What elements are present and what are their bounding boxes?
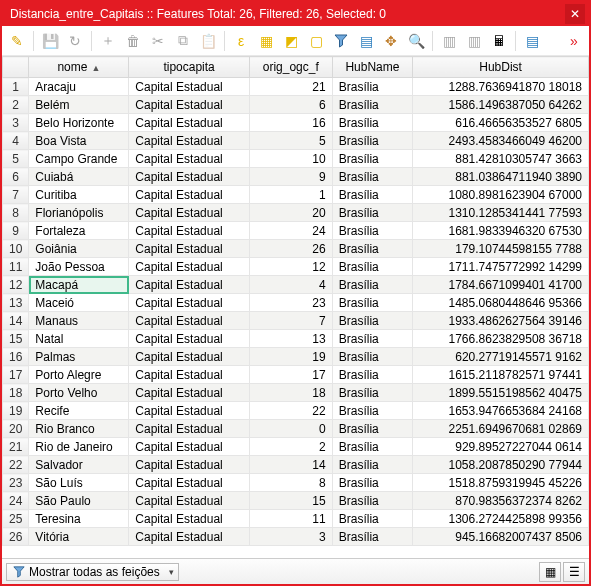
- cell-hubname[interactable]: Brasília: [332, 528, 412, 546]
- table-row[interactable]: 13MaceióCapital Estadual23Brasília1485.0…: [3, 294, 589, 312]
- cell-hubname[interactable]: Brasília: [332, 420, 412, 438]
- row-number-cell[interactable]: 25: [3, 510, 29, 528]
- cell-hubname[interactable]: Brasília: [332, 186, 412, 204]
- table-row[interactable]: 9FortalezaCapital Estadual24Brasília1681…: [3, 222, 589, 240]
- cell-hubdist[interactable]: 1615.2118782571 97441: [413, 366, 589, 384]
- cell-tipocapita[interactable]: Capital Estadual: [129, 456, 249, 474]
- move-to-top-icon[interactable]: ▤: [355, 30, 377, 52]
- invert-selection-icon[interactable]: ◩: [280, 30, 302, 52]
- cell-hubname[interactable]: Brasília: [332, 78, 412, 96]
- col-header-tipocapita[interactable]: tipocapita: [129, 57, 249, 78]
- cell-hubname[interactable]: Brasília: [332, 348, 412, 366]
- cell-tipocapita[interactable]: Capital Estadual: [129, 114, 249, 132]
- table-row[interactable]: 8FlorianópolisCapital Estadual20Brasília…: [3, 204, 589, 222]
- row-number-cell[interactable]: 21: [3, 438, 29, 456]
- cell-nome[interactable]: Recife: [29, 402, 129, 420]
- cell-orig-ogc-f[interactable]: 17: [249, 366, 332, 384]
- cell-hubname[interactable]: Brasília: [332, 240, 412, 258]
- row-number-cell[interactable]: 18: [3, 384, 29, 402]
- zoom-to-selected-icon[interactable]: 🔍: [405, 30, 427, 52]
- cell-tipocapita[interactable]: Capital Estadual: [129, 186, 249, 204]
- cell-tipocapita[interactable]: Capital Estadual: [129, 528, 249, 546]
- edit-pencil-icon[interactable]: ✎: [6, 30, 28, 52]
- row-number-cell[interactable]: 24: [3, 492, 29, 510]
- cell-nome[interactable]: Teresina: [29, 510, 129, 528]
- cell-nome[interactable]: Campo Grande: [29, 150, 129, 168]
- cell-hubdist[interactable]: 1080.8981623904 67000: [413, 186, 589, 204]
- cell-hubdist[interactable]: 1288.7636941870 18018: [413, 78, 589, 96]
- select-by-expression-icon[interactable]: ε: [230, 30, 252, 52]
- cell-hubname[interactable]: Brasília: [332, 168, 412, 186]
- table-row[interactable]: 17Porto AlegreCapital Estadual17Brasília…: [3, 366, 589, 384]
- cell-tipocapita[interactable]: Capital Estadual: [129, 204, 249, 222]
- cell-hubdist[interactable]: 1766.8623829508 36718: [413, 330, 589, 348]
- cell-hubname[interactable]: Brasília: [332, 222, 412, 240]
- table-row[interactable]: 21Rio de JaneiroCapital Estadual2Brasíli…: [3, 438, 589, 456]
- cell-hubdist[interactable]: 1711.7475772992 14299: [413, 258, 589, 276]
- table-row[interactable]: 19RecifeCapital Estadual22Brasília1653.9…: [3, 402, 589, 420]
- reload-icon[interactable]: ↻: [64, 30, 86, 52]
- cell-hubname[interactable]: Brasília: [332, 456, 412, 474]
- cell-tipocapita[interactable]: Capital Estadual: [129, 150, 249, 168]
- cell-nome[interactable]: Belém: [29, 96, 129, 114]
- cell-hubdist[interactable]: 945.16682007437 8506: [413, 528, 589, 546]
- cell-orig-ogc-f[interactable]: 23: [249, 294, 332, 312]
- cell-hubdist[interactable]: 1933.4862627564 39146: [413, 312, 589, 330]
- cell-orig-ogc-f[interactable]: 19: [249, 348, 332, 366]
- row-number-cell[interactable]: 23: [3, 474, 29, 492]
- cell-hubname[interactable]: Brasília: [332, 132, 412, 150]
- table-row[interactable]: 1AracajuCapital Estadual21Brasília1288.7…: [3, 78, 589, 96]
- cell-orig-ogc-f[interactable]: 2: [249, 438, 332, 456]
- cell-tipocapita[interactable]: Capital Estadual: [129, 78, 249, 96]
- table-viewport[interactable]: nome▲ tipocapita orig_ogc_f HubName HubD…: [2, 56, 589, 558]
- cell-orig-ogc-f[interactable]: 3: [249, 528, 332, 546]
- cell-tipocapita[interactable]: Capital Estadual: [129, 438, 249, 456]
- table-row[interactable]: 24São PauloCapital Estadual15Brasília870…: [3, 492, 589, 510]
- cell-tipocapita[interactable]: Capital Estadual: [129, 366, 249, 384]
- cell-tipocapita[interactable]: Capital Estadual: [129, 474, 249, 492]
- cell-hubname[interactable]: Brasília: [332, 96, 412, 114]
- cell-orig-ogc-f[interactable]: 12: [249, 258, 332, 276]
- cell-orig-ogc-f[interactable]: 18: [249, 384, 332, 402]
- cell-orig-ogc-f[interactable]: 6: [249, 96, 332, 114]
- cell-hubdist[interactable]: 881.42810305747 3663: [413, 150, 589, 168]
- cell-nome[interactable]: Goiânia: [29, 240, 129, 258]
- save-edits-icon[interactable]: 💾: [39, 30, 61, 52]
- cell-tipocapita[interactable]: Capital Estadual: [129, 420, 249, 438]
- cell-tipocapita[interactable]: Capital Estadual: [129, 294, 249, 312]
- cell-nome[interactable]: Manaus: [29, 312, 129, 330]
- col-header-hubname[interactable]: HubName: [332, 57, 412, 78]
- row-number-cell[interactable]: 1: [3, 78, 29, 96]
- cell-tipocapita[interactable]: Capital Estadual: [129, 168, 249, 186]
- paste-icon[interactable]: 📋: [197, 30, 219, 52]
- cell-orig-ogc-f[interactable]: 1: [249, 186, 332, 204]
- cell-hubdist[interactable]: 179.10744598155 7788: [413, 240, 589, 258]
- cell-hubdist[interactable]: 881.03864711940 3890: [413, 168, 589, 186]
- cell-tipocapita[interactable]: Capital Estadual: [129, 258, 249, 276]
- row-number-cell[interactable]: 14: [3, 312, 29, 330]
- field-calculator-icon[interactable]: 🖩: [488, 30, 510, 52]
- cell-hubname[interactable]: Brasília: [332, 258, 412, 276]
- cell-hubdist[interactable]: 1586.1496387050 64262: [413, 96, 589, 114]
- cell-nome[interactable]: Curitiba: [29, 186, 129, 204]
- cell-hubdist[interactable]: 929.89527227044 0614: [413, 438, 589, 456]
- table-row[interactable]: 18Porto VelhoCapital Estadual18Brasília1…: [3, 384, 589, 402]
- cell-hubdist[interactable]: 1058.2087850290 77944: [413, 456, 589, 474]
- table-row[interactable]: 14ManausCapital Estadual7Brasília1933.48…: [3, 312, 589, 330]
- cell-hubname[interactable]: Brasília: [332, 294, 412, 312]
- row-number-cell[interactable]: 22: [3, 456, 29, 474]
- table-view-icon[interactable]: ▦: [539, 562, 561, 582]
- cell-hubname[interactable]: Brasília: [332, 330, 412, 348]
- cell-tipocapita[interactable]: Capital Estadual: [129, 348, 249, 366]
- cell-orig-ogc-f[interactable]: 15: [249, 492, 332, 510]
- cell-nome[interactable]: Rio de Janeiro: [29, 438, 129, 456]
- row-number-cell[interactable]: 20: [3, 420, 29, 438]
- delete-feature-icon[interactable]: 🗑: [122, 30, 144, 52]
- new-field-icon[interactable]: ▥: [438, 30, 460, 52]
- cell-orig-ogc-f[interactable]: 10: [249, 150, 332, 168]
- cell-nome[interactable]: Macapá: [29, 276, 129, 294]
- cell-orig-ogc-f[interactable]: 16: [249, 114, 332, 132]
- table-row[interactable]: 11João PessoaCapital Estadual12Brasília1…: [3, 258, 589, 276]
- cell-nome[interactable]: Boa Vista: [29, 132, 129, 150]
- row-number-cell[interactable]: 4: [3, 132, 29, 150]
